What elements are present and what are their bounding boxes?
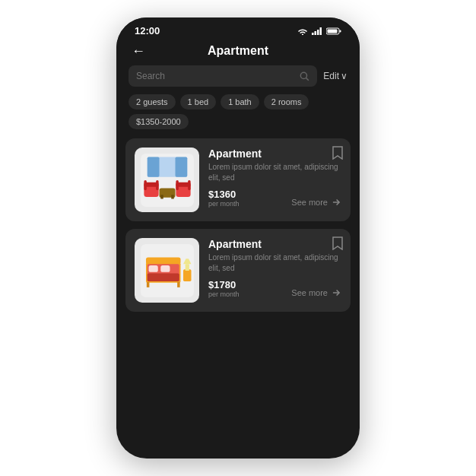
search-bar[interactable] [129,65,317,87]
svg-rect-5 [340,30,341,32]
svg-point-7 [301,72,307,78]
apartment-info-1: Apartment Lorem ipsum dolor sit amet, ad… [208,148,341,212]
battery-icon [326,27,341,35]
filter-chip-bed[interactable]: 1 bed [180,94,217,109]
apartment-desc-1: Lorem ipsum dolor sit amet, adipiscing e… [208,162,341,183]
apartment-price-1: $1360 [208,189,240,200]
svg-rect-30 [160,265,170,272]
apartments-list: Apartment Lorem ipsum dolor sit amet, ad… [116,138,360,312]
svg-line-8 [306,78,309,81]
svg-rect-0 [312,33,314,35]
price-row-1: $1360 per month See more [208,186,341,208]
status-time: 12:00 [135,25,160,36]
filter-chip-guests[interactable]: 2 guests [129,94,176,109]
search-row: Edit ∨ [116,65,360,94]
svg-rect-31 [147,273,179,281]
apartment-image-2 [135,238,199,303]
svg-rect-29 [148,265,157,272]
filter-chip-price[interactable]: $1350-2000 [129,114,189,129]
svg-rect-11 [147,157,159,176]
svg-rect-23 [171,195,174,198]
bedroom-illustration [141,244,194,297]
page-header: ← Apartment [116,40,360,65]
signal-icon [312,27,322,35]
arrow-right-icon [331,197,341,208]
svg-rect-16 [144,182,158,186]
price-block-2: $1780 per month [208,276,240,298]
bookmark-icon-2 [332,236,343,250]
bookmark-button-1[interactable] [332,146,343,163]
filter-chip-bath[interactable]: 1 bath [221,94,259,109]
svg-rect-22 [160,195,163,198]
apartment-desc-2: Lorem ipsum dolor sit amet, adipiscing e… [208,252,341,274]
apartment-image-1 [135,148,199,212]
bookmark-icon-1 [332,146,343,160]
filter-chip-rooms[interactable]: 2 rooms [264,94,309,109]
apartment-price-label-2: per month [208,290,240,298]
svg-rect-20 [176,182,190,186]
wifi-icon [297,27,308,35]
status-bar: 12:00 [116,17,360,40]
svg-rect-6 [328,29,338,33]
svg-rect-36 [177,281,180,287]
apartment-card-2: Apartment Lorem ipsum dolor sit amet, ad… [125,229,351,312]
price-row-2: $1780 per month See more [208,276,341,298]
status-icons [297,27,341,35]
bookmark-button-2[interactable] [332,236,343,253]
phone-frame: 12:00 ← Apartment [116,17,360,459]
filters-row: 2 guests 1 bed 1 bath 2 rooms $1350-2000 [116,94,360,138]
see-more-button-2[interactable]: See more [291,287,341,298]
apartment-price-label-1: per month [208,200,240,208]
apartment-info-2: Apartment Lorem ipsum dolor sit amet, ad… [208,238,341,303]
svg-rect-35 [146,281,149,287]
svg-rect-2 [317,30,319,35]
arrow-right-icon-2 [331,287,341,298]
svg-rect-3 [320,27,322,35]
svg-rect-1 [315,31,317,35]
search-icon [299,71,309,81]
back-button[interactable]: ← [132,43,145,59]
page-title: Apartment [208,44,268,58]
edit-button[interactable]: Edit ∨ [323,71,347,81]
search-input[interactable] [136,71,294,81]
svg-rect-12 [175,157,187,176]
apartment-title-1: Apartment [208,148,341,160]
svg-rect-32 [183,269,192,281]
apartment-card-1: Apartment Lorem ipsum dolor sit amet, ad… [125,138,351,221]
price-block-1: $1360 per month [208,186,240,208]
see-more-button-1[interactable]: See more [291,197,341,208]
apartment-price-2: $1780 [208,279,240,290]
living-room-illustration [141,154,194,207]
apartment-title-2: Apartment [208,238,341,250]
svg-rect-33 [185,264,189,271]
